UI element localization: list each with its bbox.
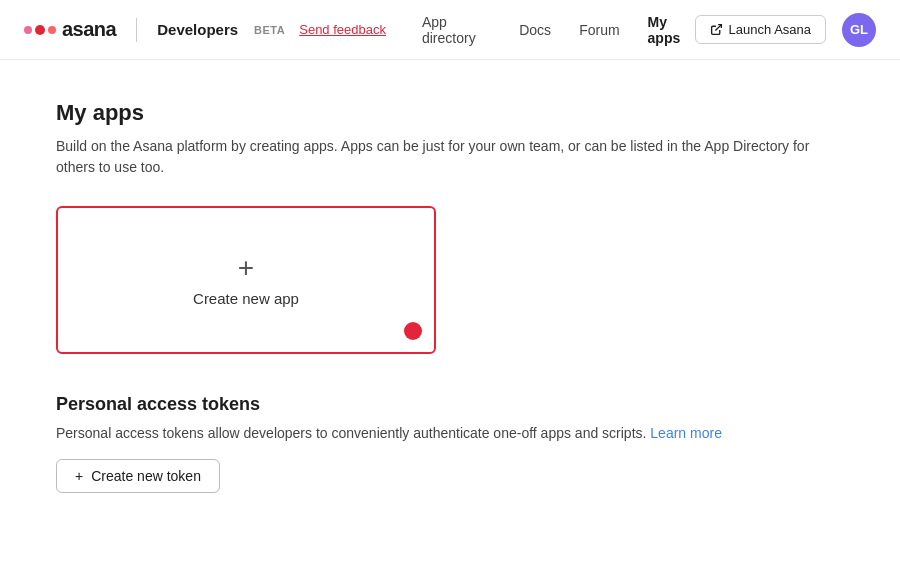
user-avatar[interactable]: GL <box>842 13 876 47</box>
nav-link-app-directory[interactable]: App directory <box>422 14 491 46</box>
brand-name: asana <box>62 18 116 41</box>
learn-more-link[interactable]: Learn more <box>650 425 722 441</box>
nav-developers-label: Developers <box>157 21 238 38</box>
feedback-link[interactable]: Send feedback <box>299 22 386 37</box>
plus-icon: + <box>238 254 254 282</box>
asana-logo: asana <box>24 18 116 41</box>
launch-asana-label: Launch Asana <box>729 22 811 37</box>
pat-section-title: Personal access tokens <box>56 394 844 415</box>
create-token-plus-icon: + <box>75 468 83 484</box>
create-app-label: Create new app <box>193 290 299 307</box>
create-token-label: Create new token <box>91 468 201 484</box>
launch-asana-button[interactable]: Launch Asana <box>695 15 826 44</box>
pat-desc-text: Personal access tokens allow developers … <box>56 425 646 441</box>
nav-link-forum[interactable]: Forum <box>579 22 619 38</box>
nav-link-docs[interactable]: Docs <box>519 22 551 38</box>
svg-line-0 <box>715 25 721 31</box>
dot-pink <box>24 26 32 34</box>
nav-separator <box>136 18 137 42</box>
nav-beta-label: BETA <box>254 24 285 36</box>
pat-section-desc: Personal access tokens allow developers … <box>56 425 844 441</box>
create-new-app-card[interactable]: + Create new app <box>56 206 436 354</box>
asana-dots <box>24 25 56 35</box>
avatar-initials: GL <box>850 22 868 37</box>
main-content: My apps Build on the Asana platform by c… <box>0 60 900 533</box>
pat-section: Personal access tokens Personal access t… <box>56 394 844 493</box>
dot-orange <box>48 26 56 34</box>
nav-links: App directory Docs Forum My apps <box>422 14 695 46</box>
page-description: Build on the Asana platform by creating … <box>56 136 816 178</box>
navbar: asana Developers BETA Send feedback App … <box>0 0 900 60</box>
external-link-icon <box>710 23 723 36</box>
page-title: My apps <box>56 100 844 126</box>
brand: asana Developers BETA Send feedback <box>24 18 414 42</box>
cursor-indicator <box>404 322 422 340</box>
create-new-token-button[interactable]: + Create new token <box>56 459 220 493</box>
dot-red <box>35 25 45 35</box>
nav-link-my-apps[interactable]: My apps <box>648 14 695 46</box>
nav-right: Launch Asana GL <box>695 13 876 47</box>
